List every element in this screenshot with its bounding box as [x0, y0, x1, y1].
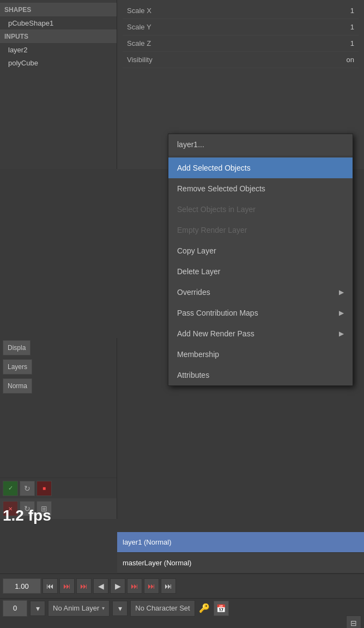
key-icon: 🔑	[198, 602, 211, 615]
next-frame-button[interactable]: ⏭	[127, 578, 142, 594]
add-render-pass-arrow-icon: ▶	[339, 330, 344, 337]
anim-layer-dropdown[interactable]: No Anim Layer ▾	[48, 600, 110, 617]
menu-delete-layer[interactable]: Delete Layer	[168, 261, 353, 282]
status-bar-top: ▾ No Anim Layer ▾ ▾ No Character Set 🔑 📅	[0, 599, 364, 618]
visibility-row: Visibility on	[123, 52, 359, 68]
menu-overrides[interactable]: Overrides ▶	[168, 282, 353, 303]
layer1-extra-icon[interactable]: ■	[37, 481, 52, 496]
menu-add-selected[interactable]: Add Selected Objects	[168, 158, 353, 178]
time-input[interactable]	[3, 578, 41, 594]
shapes-label: SHAPES	[4, 6, 31, 14]
play-forward-button[interactable]: ▶	[110, 578, 125, 594]
frame-number-input[interactable]	[3, 600, 27, 617]
scale-x-row: Scale X 1	[123, 3, 359, 19]
status-bar-bottom: ⊟	[0, 618, 364, 628]
menu-layer1-ref[interactable]: layer1...	[168, 134, 353, 155]
display-row: Displa	[0, 338, 117, 357]
prev-frame-button[interactable]: ⏭	[76, 578, 92, 594]
layer1-refresh-icon[interactable]	[20, 481, 35, 496]
display-button[interactable]: Displa	[3, 340, 31, 355]
overrides-arrow-icon: ▶	[339, 288, 344, 296]
inputs-header: INPUTS	[0, 29, 117, 43]
normal-button[interactable]: Norma	[3, 378, 32, 394]
status-bar: ▾ No Anim Layer ▾ ▾ No Character Set 🔑 📅…	[0, 598, 364, 628]
play-backward-button[interactable]: ◀	[93, 578, 108, 594]
polycube-item[interactable]: polyCube	[0, 56, 117, 69]
layers-button[interactable]: Layers	[3, 359, 32, 375]
shapes-header: SHAPES	[0, 3, 117, 16]
layout-icon[interactable]: ⊟	[346, 615, 361, 628]
menu-sep-1	[168, 156, 353, 156]
masterlayer-row[interactable]: masterLayer (Normal)	[117, 553, 364, 573]
timeline-toolbar: ⏮ ⏭ ⏭ ◀ ▶ ⏭ ⏭ ⏭	[0, 573, 364, 598]
inputs-label: INPUTS	[4, 33, 28, 40]
go-start-button[interactable]: ⏮	[43, 578, 58, 594]
scale-x-label: Scale X	[127, 7, 151, 15]
layer1-controls: ✓ ■	[0, 478, 117, 498]
go-end-button[interactable]: ⏭	[161, 578, 176, 594]
menu-copy-layer[interactable]: Copy Layer	[168, 240, 353, 261]
scale-z-row: Scale Z 1	[123, 35, 359, 52]
calendar-icon[interactable]: 📅	[214, 601, 229, 616]
anim-layer-arrow-icon: ▾	[102, 605, 105, 611]
fps-display: 1.2 fps	[3, 507, 51, 524]
menu-add-render-pass[interactable]: Add New Render Pass ▶	[168, 323, 353, 344]
layer-list: layer1 (Normal) masterLayer (Normal)	[117, 532, 364, 573]
char-set-dropdown[interactable]: No Character Set	[130, 600, 195, 617]
layer1-row[interactable]: layer1 (Normal)	[117, 532, 364, 553]
menu-pass-contribution[interactable]: Pass Contribution Maps ▶	[168, 303, 353, 323]
scale-z-label: Scale Z	[127, 39, 151, 47]
scale-x-value: 1	[350, 7, 354, 15]
left-panel: Displa Layers Norma ✓ ■	[0, 338, 117, 519]
scale-z-value: 1	[350, 39, 354, 47]
layer1-render-icon[interactable]: ✓	[3, 481, 18, 496]
layers-row: Layers	[0, 357, 117, 376]
visibility-value: on	[347, 56, 354, 64]
menu-attributes[interactable]: Attributes	[168, 365, 353, 385]
layer2-item[interactable]: layer2	[0, 43, 117, 56]
normal-row: Norma	[0, 376, 117, 395]
scale-y-row: Scale Y 1	[123, 19, 359, 35]
prev-key-button[interactable]: ⏭	[59, 578, 75, 594]
menu-membership[interactable]: Membership	[168, 344, 353, 365]
scale-y-label: Scale Y	[127, 23, 151, 31]
next-key-button[interactable]: ⏭	[144, 578, 159, 594]
menu-remove-selected[interactable]: Remove Selected Objects	[168, 178, 353, 199]
menu-empty-render-layer: Empty Render Layer	[168, 220, 353, 240]
visibility-label: Visibility	[127, 56, 153, 64]
context-menu: layer1... Add Selected Objects Remove Se…	[168, 134, 353, 386]
scale-y-value: 1	[350, 23, 354, 31]
menu-select-objects: Select Objects in Layer	[168, 199, 353, 220]
dropdown-arrow-char[interactable]: ▾	[112, 601, 128, 616]
left-sidebar: SHAPES pCubeShape1 INPUTS layer2 polyCub…	[0, 0, 117, 169]
pcubeshape-item[interactable]: pCubeShape1	[0, 16, 117, 29]
dropdown-arrow-anim[interactable]: ▾	[30, 601, 45, 616]
pass-contribution-arrow-icon: ▶	[339, 309, 344, 317]
